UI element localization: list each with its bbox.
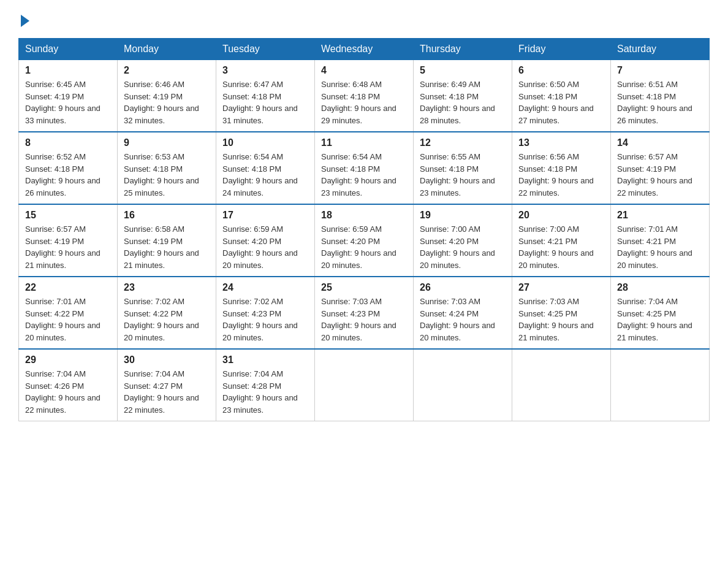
day-info: Sunrise: 6:56 AMSunset: 4:18 PMDaylight:… (518, 151, 604, 199)
header-friday: Friday (512, 39, 611, 60)
day-number: 2 (124, 65, 210, 76)
table-row: 15 Sunrise: 6:57 AMSunset: 4:19 PMDaylig… (19, 204, 118, 277)
day-number: 16 (124, 210, 210, 221)
table-row: 5 Sunrise: 6:49 AMSunset: 4:18 PMDayligh… (414, 60, 512, 132)
table-row: 16 Sunrise: 6:58 AMSunset: 4:19 PMDaylig… (118, 204, 216, 277)
day-info: Sunrise: 7:00 AMSunset: 4:20 PMDaylight:… (420, 223, 506, 271)
day-info: Sunrise: 7:03 AMSunset: 4:23 PMDaylight:… (321, 296, 407, 343)
day-number: 28 (617, 282, 703, 293)
table-row: 22 Sunrise: 7:01 AMSunset: 4:22 PMDaylig… (19, 277, 118, 349)
day-info: Sunrise: 7:04 AMSunset: 4:26 PMDaylight:… (25, 368, 111, 416)
day-info: Sunrise: 6:53 AMSunset: 4:18 PMDaylight:… (124, 151, 210, 199)
day-number: 27 (518, 282, 604, 293)
day-info: Sunrise: 6:46 AMSunset: 4:19 PMDaylight:… (124, 79, 210, 126)
day-number: 6 (518, 65, 604, 76)
day-number: 25 (321, 282, 407, 293)
day-info: Sunrise: 6:52 AMSunset: 4:18 PMDaylight:… (25, 151, 111, 199)
day-info: Sunrise: 6:50 AMSunset: 4:18 PMDaylight:… (518, 79, 604, 126)
day-info: Sunrise: 6:55 AMSunset: 4:18 PMDaylight:… (420, 151, 506, 199)
calendar-week-row: 29 Sunrise: 7:04 AMSunset: 4:26 PMDaylig… (19, 349, 710, 421)
day-number: 13 (518, 137, 604, 148)
day-info: Sunrise: 7:01 AMSunset: 4:21 PMDaylight:… (617, 223, 703, 271)
table-row: 14 Sunrise: 6:57 AMSunset: 4:19 PMDaylig… (611, 132, 710, 204)
page-header (18, 12, 710, 27)
table-row: 2 Sunrise: 6:46 AMSunset: 4:19 PMDayligh… (118, 60, 216, 132)
day-info: Sunrise: 7:02 AMSunset: 4:22 PMDaylight:… (124, 296, 210, 343)
day-number: 26 (420, 282, 506, 293)
table-row (512, 349, 611, 421)
table-row: 25 Sunrise: 7:03 AMSunset: 4:23 PMDaylig… (315, 277, 414, 349)
table-row: 8 Sunrise: 6:52 AMSunset: 4:18 PMDayligh… (19, 132, 118, 204)
day-info: Sunrise: 6:47 AMSunset: 4:18 PMDaylight:… (222, 79, 308, 126)
header-wednesday: Wednesday (315, 39, 414, 60)
day-info: Sunrise: 7:04 AMSunset: 4:28 PMDaylight:… (222, 368, 308, 416)
header-sunday: Sunday (19, 39, 118, 60)
day-number: 10 (222, 137, 308, 148)
table-row: 12 Sunrise: 6:55 AMSunset: 4:18 PMDaylig… (414, 132, 512, 204)
header-tuesday: Tuesday (216, 39, 315, 60)
day-number: 9 (124, 137, 210, 148)
table-row (315, 349, 414, 421)
day-info: Sunrise: 6:57 AMSunset: 4:19 PMDaylight:… (25, 223, 111, 271)
day-info: Sunrise: 7:01 AMSunset: 4:22 PMDaylight:… (25, 296, 111, 343)
day-number: 3 (222, 65, 308, 76)
day-number: 11 (321, 137, 407, 148)
day-info: Sunrise: 7:04 AMSunset: 4:25 PMDaylight:… (617, 296, 703, 343)
day-number: 20 (518, 210, 604, 221)
day-info: Sunrise: 6:54 AMSunset: 4:18 PMDaylight:… (321, 151, 407, 199)
day-info: Sunrise: 6:48 AMSunset: 4:18 PMDaylight:… (321, 79, 407, 126)
day-info: Sunrise: 7:02 AMSunset: 4:23 PMDaylight:… (222, 296, 308, 343)
calendar-header-row: Sunday Monday Tuesday Wednesday Thursday… (19, 39, 710, 60)
table-row: 18 Sunrise: 6:59 AMSunset: 4:20 PMDaylig… (315, 204, 414, 277)
calendar-week-row: 1 Sunrise: 6:45 AMSunset: 4:19 PMDayligh… (19, 60, 710, 132)
table-row: 28 Sunrise: 7:04 AMSunset: 4:25 PMDaylig… (611, 277, 710, 349)
day-number: 30 (124, 354, 210, 366)
calendar-week-row: 15 Sunrise: 6:57 AMSunset: 4:19 PMDaylig… (19, 204, 710, 277)
table-row: 20 Sunrise: 7:00 AMSunset: 4:21 PMDaylig… (512, 204, 611, 277)
day-number: 24 (222, 282, 308, 293)
day-info: Sunrise: 6:49 AMSunset: 4:18 PMDaylight:… (420, 79, 506, 126)
table-row: 24 Sunrise: 7:02 AMSunset: 4:23 PMDaylig… (216, 277, 315, 349)
day-number: 15 (25, 210, 111, 221)
header-monday: Monday (118, 39, 216, 60)
day-number: 17 (222, 210, 308, 221)
calendar-table: Sunday Monday Tuesday Wednesday Thursday… (18, 38, 710, 421)
day-number: 21 (617, 210, 703, 221)
table-row: 4 Sunrise: 6:48 AMSunset: 4:18 PMDayligh… (315, 60, 414, 132)
table-row: 29 Sunrise: 7:04 AMSunset: 4:26 PMDaylig… (19, 349, 118, 421)
day-number: 19 (420, 210, 506, 221)
table-row: 11 Sunrise: 6:54 AMSunset: 4:18 PMDaylig… (315, 132, 414, 204)
table-row: 26 Sunrise: 7:03 AMSunset: 4:24 PMDaylig… (414, 277, 512, 349)
day-number: 5 (420, 65, 506, 76)
day-number: 23 (124, 282, 210, 293)
day-info: Sunrise: 7:00 AMSunset: 4:21 PMDaylight:… (518, 223, 604, 271)
table-row: 9 Sunrise: 6:53 AMSunset: 4:18 PMDayligh… (118, 132, 216, 204)
table-row: 19 Sunrise: 7:00 AMSunset: 4:20 PMDaylig… (414, 204, 512, 277)
table-row: 7 Sunrise: 6:51 AMSunset: 4:18 PMDayligh… (611, 60, 710, 132)
day-number: 14 (617, 137, 703, 148)
day-number: 22 (25, 282, 111, 293)
table-row: 27 Sunrise: 7:03 AMSunset: 4:25 PMDaylig… (512, 277, 611, 349)
logo (18, 12, 29, 27)
table-row: 21 Sunrise: 7:01 AMSunset: 4:21 PMDaylig… (611, 204, 710, 277)
table-row: 6 Sunrise: 6:50 AMSunset: 4:18 PMDayligh… (512, 60, 611, 132)
table-row: 31 Sunrise: 7:04 AMSunset: 4:28 PMDaylig… (216, 349, 315, 421)
day-number: 18 (321, 210, 407, 221)
day-info: Sunrise: 7:03 AMSunset: 4:24 PMDaylight:… (420, 296, 506, 343)
day-number: 7 (617, 65, 703, 76)
table-row (611, 349, 710, 421)
day-number: 29 (25, 354, 111, 366)
logo-arrow-icon (21, 15, 29, 27)
table-row: 30 Sunrise: 7:04 AMSunset: 4:27 PMDaylig… (118, 349, 216, 421)
day-info: Sunrise: 7:03 AMSunset: 4:25 PMDaylight:… (518, 296, 604, 343)
day-info: Sunrise: 6:45 AMSunset: 4:19 PMDaylight:… (25, 79, 111, 126)
table-row: 1 Sunrise: 6:45 AMSunset: 4:19 PMDayligh… (19, 60, 118, 132)
header-saturday: Saturday (611, 39, 710, 60)
day-number: 1 (25, 65, 111, 76)
calendar-week-row: 8 Sunrise: 6:52 AMSunset: 4:18 PMDayligh… (19, 132, 710, 204)
table-row (414, 349, 512, 421)
header-thursday: Thursday (414, 39, 512, 60)
table-row: 23 Sunrise: 7:02 AMSunset: 4:22 PMDaylig… (118, 277, 216, 349)
day-info: Sunrise: 6:59 AMSunset: 4:20 PMDaylight:… (321, 223, 407, 271)
day-info: Sunrise: 6:59 AMSunset: 4:20 PMDaylight:… (222, 223, 308, 271)
